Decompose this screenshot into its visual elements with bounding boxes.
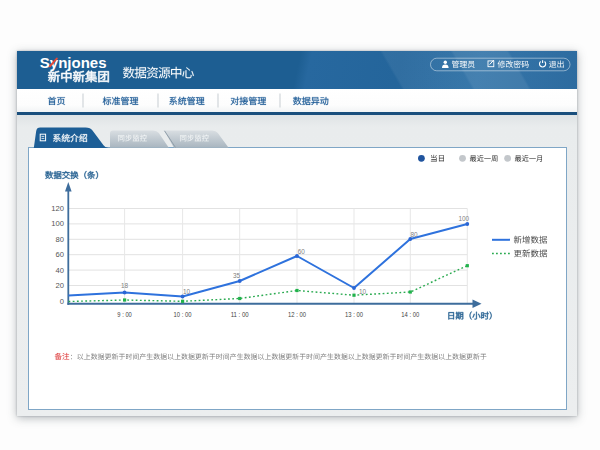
- svg-text:Synjones: Synjones: [40, 54, 107, 71]
- svg-text:12 : 00: 12 : 00: [288, 310, 306, 319]
- svg-text:9 : 00: 9 : 00: [117, 310, 132, 319]
- svg-text:100: 100: [51, 219, 64, 228]
- svg-text:60: 60: [298, 248, 306, 255]
- svg-text:10: 10: [183, 288, 191, 295]
- svg-text:0: 0: [60, 297, 64, 306]
- svg-text:18: 18: [121, 282, 129, 289]
- svg-text:100: 100: [459, 215, 470, 222]
- svg-text:80: 80: [411, 231, 419, 238]
- svg-text:10 : 00: 10 : 00: [174, 310, 192, 319]
- svg-text:13 : 00: 13 : 00: [345, 310, 363, 319]
- svg-text:20: 20: [56, 281, 64, 290]
- svg-text:14 : 00: 14 : 00: [401, 310, 419, 319]
- svg-text:35: 35: [233, 272, 241, 279]
- svg-text:120: 120: [51, 204, 64, 213]
- svg-text:60: 60: [56, 250, 64, 259]
- svg-text:80: 80: [56, 235, 64, 244]
- svg-text:10: 10: [359, 288, 367, 295]
- svg-text:40: 40: [56, 266, 64, 275]
- svg-text:11 : 00: 11 : 00: [231, 310, 249, 319]
